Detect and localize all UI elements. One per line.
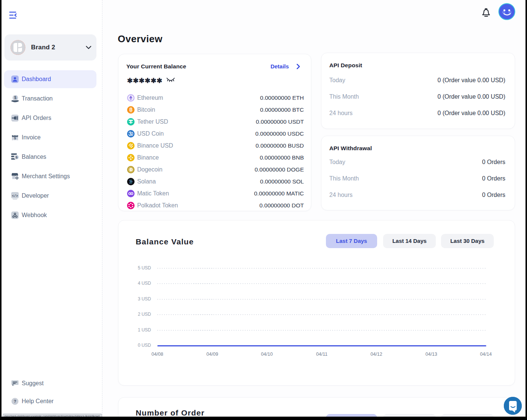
svg-text:?: ? [14, 399, 16, 404]
svg-text:$: $ [14, 136, 16, 140]
svg-text:B: B [129, 107, 133, 112]
svg-text:$: $ [130, 132, 132, 136]
svg-text:$: $ [14, 95, 16, 100]
svg-text:$: $ [16, 155, 18, 159]
svg-text:</>: </> [12, 194, 18, 198]
